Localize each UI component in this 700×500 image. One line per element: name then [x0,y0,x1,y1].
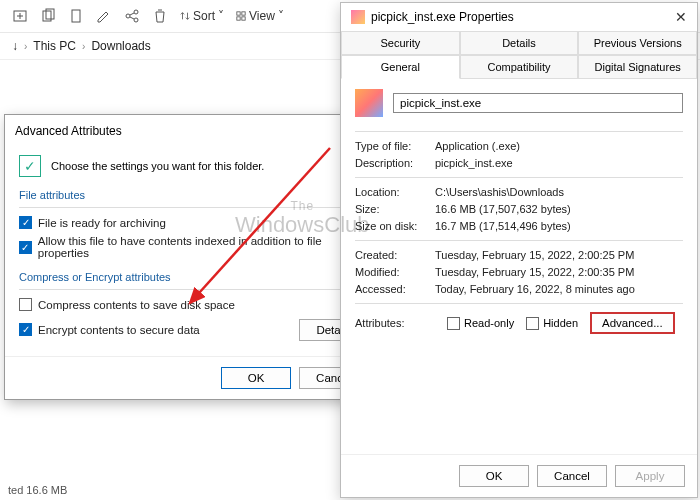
chevron-down-icon: ˅ [218,9,224,23]
group-compress-encrypt: Compress or Encrypt attributes [19,271,369,283]
svg-rect-9 [237,17,240,20]
view-button[interactable]: View˅ [236,9,284,23]
share-icon[interactable] [124,8,140,24]
value-type: Application (.exe) [435,140,683,152]
svg-rect-7 [237,12,240,15]
divider [355,131,683,132]
divider [355,240,683,241]
file-icon [355,89,383,117]
view-label: View [249,9,275,23]
checkbox-hidden-label: Hidden [543,317,578,329]
checkbox-encrypt[interactable]: ✓ [19,323,32,336]
ok-button[interactable]: OK [221,367,291,389]
app-icon [351,10,365,24]
label-location: Location: [355,186,435,198]
checkbox-compress-label: Compress contents to save disk space [38,299,235,311]
label-size-on-disk: Size on disk: [355,220,435,232]
chevron-down-icon: ˅ [278,9,284,23]
divider [19,207,369,208]
value-description: picpick_inst.exe [435,157,683,169]
checkbox-indexing[interactable]: ✓ [19,241,32,254]
checkbox-encrypt-label: Encrypt contents to secure data [38,324,200,336]
divider [355,177,683,178]
dialog-title: Advanced Attributes [15,124,122,138]
download-icon: ↓ [12,39,18,53]
value-location: C:\Users\ashis\Downloads [435,186,683,198]
tab-general[interactable]: General [341,55,460,79]
copy-icon[interactable] [40,8,56,24]
sort-label: Sort [193,9,215,23]
value-created: Tuesday, February 15, 2022, 2:00:25 PM [435,249,683,261]
checkbox-archiving[interactable]: ✓ [19,216,32,229]
paste-icon[interactable] [68,8,84,24]
checkmark-icon: ✓ [19,155,41,177]
ok-button[interactable]: OK [459,465,529,487]
value-accessed: Today, February 16, 2022, 8 minutes ago [435,283,683,295]
checkbox-readonly[interactable] [447,317,460,330]
label-type: Type of file: [355,140,435,152]
breadcrumb-thispc[interactable]: This PC [33,39,76,53]
breadcrumb-downloads[interactable]: Downloads [91,39,150,53]
checkbox-archiving-label: File is ready for archiving [38,217,166,229]
group-file-attributes: File attributes [19,189,369,201]
svg-rect-10 [242,17,245,20]
label-accessed: Accessed: [355,283,435,295]
label-description: Description: [355,157,435,169]
svg-rect-8 [242,12,245,15]
label-created: Created: [355,249,435,261]
svg-point-6 [134,18,138,22]
dialog-titlebar: Advanced Attributes ✕ [5,115,383,147]
value-size: 16.6 MB (17,507,632 bytes) [435,203,683,215]
checkbox-compress[interactable] [19,298,32,311]
tabs-row1: Security Details Previous Versions [341,31,697,55]
dialog-intro: Choose the settings you want for this fo… [51,160,264,172]
tab-compatibility[interactable]: Compatibility [460,55,579,79]
properties-dialog: picpick_inst.exe Properties ✕ Security D… [340,2,698,498]
tab-details[interactable]: Details [460,31,579,55]
delete-icon[interactable] [152,8,168,24]
sort-button[interactable]: Sort˅ [180,9,224,23]
dialog-titlebar: picpick_inst.exe Properties ✕ [341,3,697,31]
rename-icon[interactable] [96,8,112,24]
tab-previous-versions[interactable]: Previous Versions [578,31,697,55]
label-size: Size: [355,203,435,215]
divider [355,303,683,304]
checkbox-hidden[interactable] [526,317,539,330]
value-size-on-disk: 16.7 MB (17,514,496 bytes) [435,220,683,232]
tab-digital-signatures[interactable]: Digital Signatures [578,55,697,79]
cancel-button[interactable]: Cancel [537,465,607,487]
chevron-right-icon: › [82,41,85,52]
checkbox-readonly-label: Read-only [464,317,514,329]
tab-security[interactable]: Security [341,31,460,55]
filename-input[interactable] [393,93,683,113]
apply-button[interactable]: Apply [615,465,685,487]
close-icon[interactable]: ✕ [675,9,687,25]
svg-rect-3 [72,10,80,22]
svg-point-4 [126,14,130,18]
chevron-right-icon: › [24,41,27,52]
dialog-title: picpick_inst.exe Properties [371,10,514,24]
label-attributes: Attributes: [355,317,435,329]
checkbox-indexing-label: Allow this file to have contents indexed… [38,235,369,259]
svg-point-5 [134,10,138,14]
new-folder-icon[interactable] [12,8,28,24]
tabs-row2: General Compatibility Digital Signatures [341,55,697,79]
advanced-attributes-dialog: Advanced Attributes ✕ ✓ Choose the setti… [4,114,384,400]
status-bar: ted 16.6 MB [0,480,75,500]
label-modified: Modified: [355,266,435,278]
divider [19,289,369,290]
value-modified: Tuesday, February 15, 2022, 2:00:35 PM [435,266,683,278]
advanced-button[interactable]: Advanced... [590,312,675,334]
